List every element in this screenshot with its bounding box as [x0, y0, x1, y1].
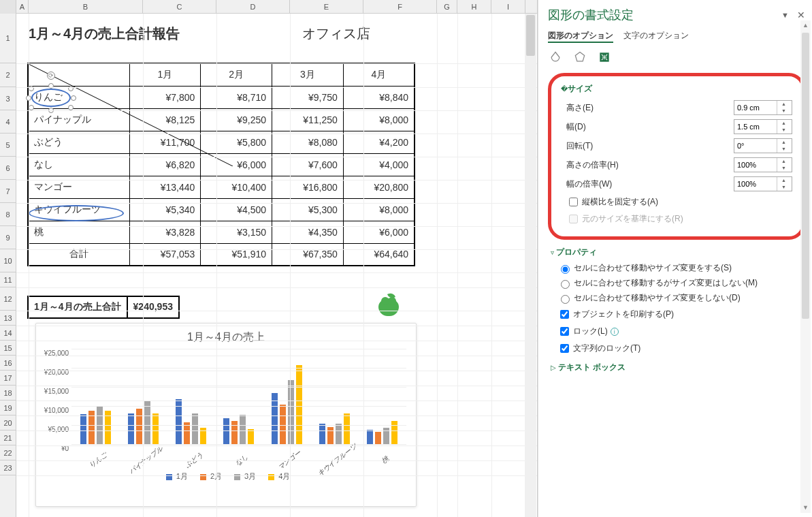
resize-handle[interactable]: [68, 105, 74, 110]
total-cell: ¥57,053: [129, 243, 201, 266]
size-properties-icon[interactable]: [597, 50, 612, 65]
col-header-A[interactable]: A: [16, 0, 29, 14]
row-header-7[interactable]: 7: [0, 180, 16, 203]
spin-down-icon[interactable]: ▼: [777, 108, 790, 114]
row-header-18[interactable]: 18: [0, 386, 16, 401]
row-header-15[interactable]: 15: [0, 341, 16, 356]
scroll-up-icon[interactable]: ▲: [800, 20, 811, 31]
input-rotation[interactable]: ▲▼: [734, 138, 792, 153]
row-header-8[interactable]: 8: [0, 203, 16, 226]
table-row: 桃¥3,828¥3,150¥4,350¥6,000: [28, 221, 415, 243]
select-all-corner[interactable]: [0, 0, 16, 14]
info-icon[interactable]: i: [611, 328, 619, 336]
input-height[interactable]: ▲▼: [734, 100, 792, 115]
col-header-C[interactable]: C: [143, 0, 216, 14]
input-height-scale-field[interactable]: [734, 158, 777, 172]
row-header-6[interactable]: 6: [0, 157, 16, 180]
row-header-12[interactable]: 12: [0, 287, 16, 311]
panel-scrollbar[interactable]: ▲ ▼: [800, 20, 811, 513]
row-header-17[interactable]: 17: [0, 371, 16, 386]
label-width-scale: 幅の倍率(W): [561, 178, 734, 190]
grand-total-value: ¥240,953: [128, 297, 178, 317]
format-shape-panel: 図形の書式設定 ▼ ✕ 図形のオプション 文字のオプション サイズ 高さ(E): [538, 0, 812, 517]
row-header-19[interactable]: 19: [0, 401, 16, 416]
bar: [80, 414, 86, 444]
resize-handle[interactable]: [29, 105, 34, 110]
fill-line-icon[interactable]: [548, 50, 563, 65]
spin-up-icon[interactable]: ▲: [777, 139, 790, 146]
input-height-scale[interactable]: ▲▼: [734, 157, 792, 172]
input-width[interactable]: ▲▼: [734, 119, 792, 134]
col-header-D[interactable]: D: [216, 0, 290, 14]
value-cell: ¥5,340: [129, 198, 201, 221]
row-header-16[interactable]: 16: [0, 356, 16, 371]
product-name: 桃: [28, 221, 129, 243]
rotate-handle-icon[interactable]: ⟳: [47, 72, 55, 80]
row-header-10[interactable]: 10: [0, 249, 16, 272]
spin-down-icon[interactable]: ▼: [777, 127, 790, 134]
input-rotation-field[interactable]: [734, 139, 777, 153]
spin-up-icon[interactable]: ▲: [777, 120, 790, 127]
apple-clipart-icon[interactable]: [377, 293, 400, 316]
row-header-21[interactable]: 21: [0, 430, 16, 445]
spin-up-icon[interactable]: ▲: [777, 177, 790, 184]
value-cell: ¥4,350: [272, 221, 344, 243]
row-header-1[interactable]: 1: [0, 14, 16, 63]
col-header-I[interactable]: I: [491, 0, 525, 14]
bar: [375, 432, 381, 444]
col-header-G[interactable]: G: [437, 0, 457, 14]
row-header-2[interactable]: 2: [0, 63, 16, 87]
close-icon[interactable]: ✕: [797, 10, 805, 20]
col-header-E[interactable]: E: [290, 0, 363, 14]
row-header-4[interactable]: 4: [0, 110, 16, 134]
col-header-B[interactable]: B: [29, 0, 143, 14]
radio-move-only[interactable]: [561, 280, 570, 289]
spin-up-icon[interactable]: ▲: [777, 158, 790, 165]
checkbox-print-object[interactable]: [560, 310, 569, 319]
grid-body[interactable]: 1月～4月の売上合計報告 オフィス店 1月2月3月4月りんご¥7,800¥8,7…: [16, 14, 537, 517]
resize-handle[interactable]: [71, 95, 76, 101]
row-header-9[interactable]: 9: [0, 226, 16, 249]
spin-up-icon[interactable]: ▲: [777, 101, 790, 108]
checkbox-lock-aspect[interactable]: [569, 198, 578, 206]
radio-no-move[interactable]: [561, 295, 570, 304]
checkbox-lock-text[interactable]: [560, 344, 569, 353]
row-header-22[interactable]: 22: [0, 445, 16, 460]
row-header-20[interactable]: 20: [0, 416, 16, 430]
input-width-field[interactable]: [734, 120, 777, 134]
tab-text-options[interactable]: 文字のオプション: [623, 31, 689, 40]
y-tick-label: ¥15,000: [44, 388, 69, 395]
value-cell: ¥11,250: [272, 108, 344, 131]
row-header-11[interactable]: 11: [0, 272, 16, 287]
input-width-scale-field[interactable]: [734, 177, 777, 191]
spin-down-icon[interactable]: ▼: [777, 184, 790, 191]
input-height-field[interactable]: [734, 101, 777, 114]
spin-down-icon[interactable]: ▼: [777, 165, 790, 172]
section-size-header[interactable]: サイズ: [561, 83, 792, 95]
column-headers: ABCDEFGHI: [0, 0, 537, 14]
section-textbox-header[interactable]: テキスト ボックス: [551, 362, 805, 373]
store-name: オフィス店: [302, 25, 370, 43]
col-header-H[interactable]: H: [457, 0, 491, 14]
sales-chart[interactable]: 1月～4月の売上 ¥0¥5,000¥10,000¥15,000¥20,000¥2…: [35, 323, 417, 507]
ellipse-shape[interactable]: [29, 205, 124, 221]
tab-shape-options[interactable]: 図形のオプション: [548, 31, 613, 43]
value-cell: ¥16,800: [272, 176, 344, 198]
label-print-object: オブジェクトを印刷する(P): [573, 309, 674, 320]
spin-down-icon[interactable]: ▼: [777, 146, 790, 153]
row-header-5[interactable]: 5: [0, 134, 16, 157]
row-header-23[interactable]: 23: [0, 460, 16, 475]
vertical-scrollbar[interactable]: [525, 14, 536, 517]
row-header-13[interactable]: 13: [0, 311, 16, 326]
effects-icon[interactable]: [572, 50, 587, 65]
panel-menu-icon[interactable]: ▼: [781, 11, 789, 19]
ellipse-shape-selected[interactable]: [31, 89, 71, 107]
input-width-scale[interactable]: ▲▼: [734, 176, 792, 191]
checkbox-lock[interactable]: [560, 327, 569, 336]
section-properties-header[interactable]: プロパティ: [551, 247, 805, 258]
row-header-14[interactable]: 14: [0, 326, 16, 341]
radio-move-size[interactable]: [561, 265, 570, 274]
scroll-down-icon[interactable]: ▼: [800, 503, 811, 513]
row-header-3[interactable]: 3: [0, 87, 16, 110]
col-header-F[interactable]: F: [363, 0, 437, 14]
